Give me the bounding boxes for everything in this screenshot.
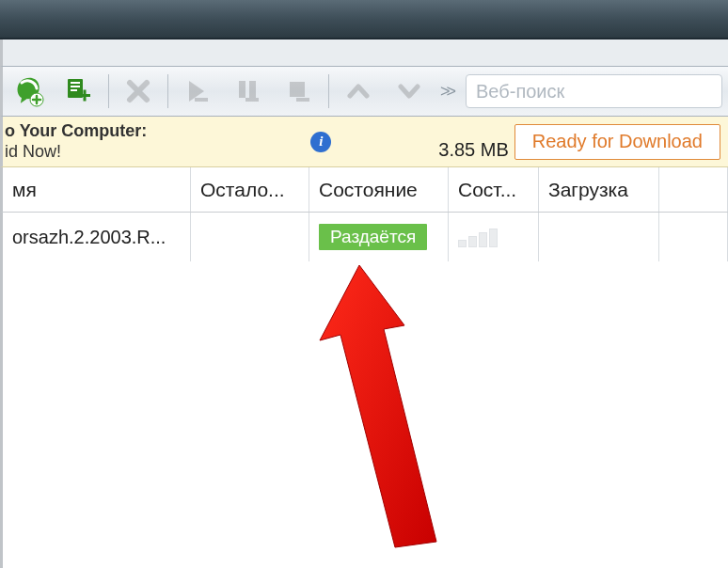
cell-name: orsazh.2.2003.R... <box>3 213 191 261</box>
add-torrent-button[interactable] <box>5 70 52 113</box>
column-name[interactable]: мя <box>3 167 191 212</box>
stop-button[interactable] <box>276 70 323 113</box>
download-banner: o Your Computer: id Now! i 3.85 MB Ready… <box>0 117 728 167</box>
chevron-down-icon <box>397 79 421 103</box>
remove-icon <box>125 78 151 104</box>
start-button[interactable] <box>174 70 221 113</box>
toolbar-separator <box>108 74 109 108</box>
svg-rect-9 <box>249 81 256 98</box>
banner-size: 3.85 MB <box>438 139 508 166</box>
cell-extra <box>659 213 728 261</box>
table-row[interactable]: orsazh.2.2003.R... Раздаётся <box>0 213 728 261</box>
move-down-button[interactable] <box>386 70 433 113</box>
banner-line1: o Your Computer: <box>5 121 147 142</box>
add-rss-button[interactable] <box>55 70 103 113</box>
svg-rect-10 <box>245 98 259 102</box>
column-health[interactable]: Сост... <box>449 167 539 212</box>
web-search-input[interactable] <box>476 81 712 103</box>
column-remaining[interactable]: Остало... <box>191 167 309 212</box>
main-toolbar: >> <box>0 66 728 117</box>
toolbar-separator <box>167 74 168 108</box>
cell-health <box>449 213 539 261</box>
cell-download <box>539 213 659 261</box>
toolbar-overflow[interactable]: >> <box>435 82 462 102</box>
banner-text: o Your Computer: id Now! <box>3 121 147 162</box>
chevron-up-icon <box>346 79 371 103</box>
svg-rect-7 <box>195 98 208 102</box>
banner-line2: id Now! <box>5 142 147 163</box>
svg-rect-8 <box>239 81 245 98</box>
svg-rect-3 <box>71 86 80 87</box>
stop-icon <box>285 77 313 105</box>
column-download[interactable]: Загрузка <box>539 167 659 212</box>
column-extra[interactable] <box>659 167 728 212</box>
svg-rect-12 <box>296 98 309 102</box>
svg-rect-4 <box>71 89 77 91</box>
remove-button[interactable] <box>115 70 162 113</box>
pause-icon <box>234 77 262 105</box>
ready-for-download-button[interactable]: Ready for Download <box>514 124 720 160</box>
column-status[interactable]: Состояние <box>309 167 449 212</box>
svg-rect-11 <box>290 82 305 97</box>
health-bars-icon <box>458 227 498 247</box>
info-icon: i <box>310 132 331 152</box>
move-up-button[interactable] <box>335 70 382 113</box>
pause-button[interactable] <box>225 70 272 113</box>
table-header: мя Остало... Состояние Сост... Загрузка <box>0 167 728 213</box>
svg-rect-2 <box>71 82 80 84</box>
add-torrent-icon <box>12 75 44 107</box>
web-search-box[interactable] <box>466 74 722 108</box>
svg-rect-6 <box>84 90 87 102</box>
status-badge: Раздаётся <box>319 224 427 250</box>
table-body-empty <box>0 261 728 568</box>
add-rss-icon <box>65 77 93 105</box>
toolbar-gap <box>0 39 728 66</box>
play-icon <box>183 77 212 105</box>
cell-remaining <box>191 213 309 261</box>
toolbar-separator <box>328 74 329 108</box>
cell-status: Раздаётся <box>309 213 449 261</box>
window-titlebar <box>0 0 728 39</box>
